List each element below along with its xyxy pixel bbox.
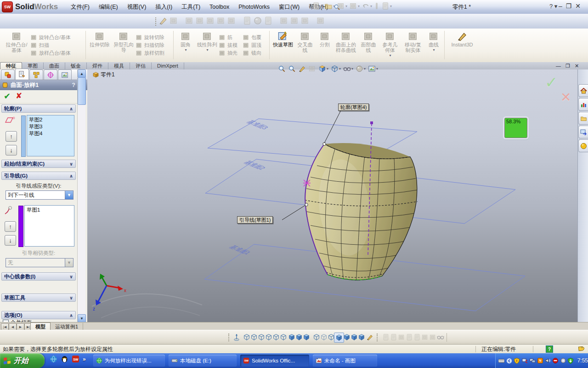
volume-tray-icon[interactable] — [545, 357, 551, 364]
network-disconnected-tray-icon[interactable] — [522, 357, 528, 364]
restore-button[interactable]: ❐ — [566, 2, 572, 10]
plane-tool-icon-3[interactable] — [206, 16, 215, 25]
fillet-button[interactable]: 圆角▾ — [175, 29, 196, 62]
start-button[interactable]: 开始 — [0, 353, 45, 368]
menu-file[interactable]: 文件(F) — [67, 1, 94, 13]
profiles-group-header[interactable]: 轮廓(P)∧ — [1, 104, 76, 113]
view-bottom-icon[interactable] — [279, 333, 288, 342]
pm-cancel-button[interactable]: ✘ — [16, 91, 22, 101]
design-library-tab[interactable] — [578, 98, 588, 111]
taskbar-item-paint[interactable]: 未命名 - 画图 — [313, 355, 377, 367]
split-button[interactable]: 分割 — [316, 29, 334, 62]
toolbar-grip[interactable] — [377, 334, 379, 341]
guides-listbox[interactable]: 草图1 — [24, 205, 74, 247]
trim-tool-icon-1[interactable] — [279, 16, 288, 25]
menu-edit[interactable]: 编辑(E) — [95, 1, 122, 13]
new-document-button[interactable]: ▾ — [311, 1, 323, 11]
plane-tool-icon-1[interactable] — [185, 16, 194, 25]
open-document-button[interactable]: ▾ — [324, 1, 335, 11]
display-perspective-icon[interactable] — [357, 333, 366, 342]
dome-button[interactable]: 圆顶 — [243, 42, 267, 49]
profile-list-item[interactable]: 草图4 — [29, 130, 72, 137]
pm-ok-button[interactable]: ✔ — [4, 91, 11, 101]
scrollbar-thumb[interactable] — [78, 77, 86, 105]
profile-list-item[interactable]: 草图2 — [29, 116, 72, 123]
doc-restore-button[interactable]: ❐ — [565, 63, 570, 69]
wrap-button[interactable]: 包覆 — [243, 34, 267, 41]
vertex-marker-mid[interactable] — [305, 203, 308, 206]
dimxpert-manager-tab[interactable] — [44, 69, 57, 80]
profile-move-up-button[interactable]: ↑ — [6, 131, 17, 142]
graphics-viewport[interactable]: 零件1 — [87, 69, 577, 322]
magnify-selection-icon[interactable] — [298, 64, 306, 73]
centerline-group-header[interactable]: 中心线参数(I)∨ — [1, 272, 76, 281]
appearances-tab[interactable] — [578, 139, 588, 152]
revolve-cut-button[interactable]: 旋转切除 — [136, 34, 171, 41]
annotation-icon-8[interactable] — [436, 333, 445, 342]
loft-surface-body[interactable] — [305, 143, 417, 280]
menu-tools[interactable]: 工具(T) — [177, 1, 204, 13]
constraints-group-header[interactable]: 起始/结束约束(C)∨ — [1, 160, 76, 168]
keyboard-tray-icon[interactable] — [498, 357, 504, 364]
confirmation-ok-button[interactable]: ✓ — [545, 73, 558, 92]
section-tool-icon[interactable] — [365, 333, 374, 342]
menu-photoworks[interactable]: PhotoWorks — [234, 2, 274, 12]
tab-surfaces[interactable]: 曲面 — [44, 63, 65, 69]
tab-weldments[interactable]: 焊件 — [87, 63, 108, 69]
security-shield-tray-icon[interactable]: ! — [514, 357, 520, 364]
close-button[interactable]: ✕ — [575, 2, 581, 10]
solidworks-quicklaunch-icon[interactable]: SW — [72, 355, 79, 363]
edit-appearance-button[interactable]: ▾ — [355, 64, 366, 73]
scroll-down-icon[interactable]: ▼ — [78, 314, 86, 322]
guide-callout[interactable]: 引导线(草图1) — [237, 216, 273, 224]
section-view-icon[interactable] — [308, 64, 317, 73]
motion-study-tab[interactable]: 运动算例1 — [51, 323, 83, 330]
dropdown-chevron-icon[interactable]: ▼ — [65, 191, 73, 199]
guide-list-item[interactable]: 草图1 — [27, 207, 72, 213]
options-group-header[interactable]: 选项(O)∧ — [1, 311, 76, 319]
qq-quicklaunch-icon[interactable] — [61, 355, 68, 363]
print-button[interactable]: ▾ — [349, 1, 360, 11]
pattern-tool-icon[interactable] — [316, 16, 325, 25]
trim-tool-icon-2[interactable] — [290, 16, 299, 25]
quick-tips-icon[interactable]: ? — [546, 345, 553, 353]
pm-help-button[interactable]: ? — [72, 82, 75, 88]
plane-tool-icon-4[interactable] — [216, 16, 226, 25]
linear-pattern-button[interactable]: 线性阵列▾ — [196, 29, 219, 62]
tab-sheet-metal[interactable]: 钣金 — [65, 63, 87, 69]
confirmation-cancel-button[interactable]: ✕ — [560, 90, 571, 105]
guide-curves-group-header[interactable]: 引导线(G)∧ — [1, 172, 76, 180]
zoom-area-icon[interactable] — [288, 64, 296, 73]
model-tab[interactable]: 模型 — [30, 322, 51, 330]
audio-device-tray-icon[interactable] — [560, 357, 566, 364]
menu-window[interactable]: 窗口(W) — [275, 1, 304, 13]
rib-button[interactable]: 筋 — [219, 34, 243, 41]
scroll-up-icon[interactable]: ▲ — [78, 69, 86, 78]
configuration-manager-tab[interactable] — [29, 69, 43, 80]
resources-home-tab[interactable] — [578, 84, 588, 97]
doc-close-button[interactable]: ✕ — [575, 63, 579, 69]
dim-tool-icon-1[interactable] — [243, 16, 252, 25]
face-curves-button[interactable]: 面部曲线 — [358, 29, 379, 62]
rapid-sketch-button[interactable]: 快速草图 — [271, 29, 294, 62]
tab-mold-tools[interactable]: 模具 — [108, 63, 130, 69]
extrude-cut-button[interactable]: 拉伸切除 — [88, 29, 112, 62]
network-tray-icon[interactable] — [530, 357, 536, 364]
update-tray-icon[interactable] — [568, 357, 574, 364]
menu-view[interactable]: 视图(V) — [123, 1, 151, 13]
sketch-tools-group-header[interactable]: 草图工具∨ — [1, 293, 76, 302]
loft-boss-button[interactable]: 放样凸台/基体 — [30, 50, 84, 57]
sweep-cut-button[interactable]: 扫描切除 — [136, 42, 171, 49]
extrude-boss-button[interactable]: 拉伸凸台/基体 — [3, 29, 30, 62]
help-button[interactable]: ? ▾ — [549, 3, 557, 10]
undo-button[interactable]: ▾ — [361, 1, 373, 11]
view-axis-icon[interactable] — [232, 333, 241, 342]
taskbar-item-browser[interactable]: 为何放样出现错误... — [93, 355, 165, 367]
options-button[interactable]: ▾ — [381, 1, 392, 11]
loft-cut-button[interactable]: 放样切割 — [136, 50, 171, 57]
minimize-button[interactable]: – — [559, 2, 562, 10]
guide-move-up-button[interactable]: ↑ — [5, 221, 16, 232]
featuremanager-tree-tab[interactable] — [1, 69, 15, 80]
display-manager-tab[interactable] — [58, 69, 72, 80]
trim-tool-icon-3[interactable] — [300, 16, 310, 25]
